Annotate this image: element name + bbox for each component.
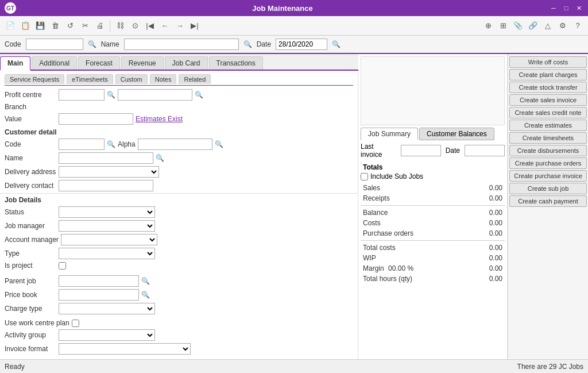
customer-code-search[interactable]: 🔍 xyxy=(107,140,115,148)
customer-name-search[interactable]: 🔍 xyxy=(156,154,164,162)
include-sub-label: Include Sub Jobs xyxy=(370,172,423,180)
date-input[interactable] xyxy=(276,39,327,50)
app-logo: GT xyxy=(5,2,16,14)
customer-balances-tab[interactable]: Customer Balances xyxy=(419,128,494,140)
is-project-checkbox[interactable] xyxy=(59,262,66,270)
margin-label: Margin 00.00 % xyxy=(363,264,413,272)
date-search-icon[interactable]: 🔍 xyxy=(332,40,341,48)
last-invoice-number[interactable] xyxy=(401,145,441,156)
customer-code-row: Code 🔍 Alpha 🔍 xyxy=(5,139,353,150)
invoice-format-select[interactable] xyxy=(59,343,191,355)
include-sub-checkbox[interactable] xyxy=(361,173,368,180)
profit-centre-input1[interactable] xyxy=(59,89,105,101)
parent-job-input[interactable] xyxy=(59,275,139,287)
wip-row: WIP 0.00 xyxy=(361,253,505,263)
last-button[interactable]: ▶| xyxy=(188,19,202,33)
tab-custom[interactable]: Custom xyxy=(115,74,148,84)
purchase-orders-row: Purchase orders 0.00 xyxy=(361,228,505,239)
profit-centre-search2[interactable]: 🔍 xyxy=(195,91,203,99)
link-button[interactable]: ⛓ xyxy=(113,19,127,33)
create-disbursements-btn[interactable]: Create disbursements xyxy=(509,145,587,156)
name-search-icon[interactable]: 🔍 xyxy=(243,40,252,48)
zoom-in-button[interactable]: ⊕ xyxy=(481,19,495,33)
close-button[interactable]: ✕ xyxy=(574,3,583,13)
first-button[interactable]: |◀ xyxy=(143,19,157,33)
tab-service-requests[interactable]: Service Requests xyxy=(5,74,64,84)
delivery-address-select[interactable] xyxy=(59,166,159,178)
tab-etimesheets[interactable]: eTimesheets xyxy=(67,74,113,84)
create-timesheets-btn[interactable]: Create timesheets xyxy=(509,132,587,144)
create-estimates-btn[interactable]: Create estimates xyxy=(509,120,587,131)
new-button[interactable]: 📄 xyxy=(3,19,17,33)
create-purchase-orders-btn[interactable]: Create purchase orders xyxy=(509,157,587,169)
profit-centre-search1[interactable]: 🔍 xyxy=(107,91,115,99)
cut-button[interactable]: ✂ xyxy=(78,19,92,33)
create-sales-invoice-btn[interactable]: Create sales invoice xyxy=(509,94,587,106)
code-input[interactable] xyxy=(26,39,83,50)
create-cash-payment-btn[interactable]: Create cash payment xyxy=(509,195,587,207)
delivery-contact-input[interactable] xyxy=(59,180,153,191)
settings-button[interactable]: ⚙ xyxy=(556,19,570,33)
use-work-label: Use work centre plan xyxy=(5,319,69,327)
customer-code-label: Code xyxy=(5,140,56,148)
attach-button[interactable]: 📎 xyxy=(511,19,525,33)
circle-button[interactable]: ⊙ xyxy=(128,19,142,33)
profit-centre-input2[interactable] xyxy=(118,89,192,101)
use-work-checkbox[interactable] xyxy=(72,320,79,327)
code-search-icon[interactable]: 🔍 xyxy=(88,40,96,48)
job-summary-tab[interactable]: Job Summary xyxy=(361,128,418,140)
create-purchase-invoice-btn[interactable]: Create purchase invoice xyxy=(509,170,587,182)
tab-main[interactable]: Main xyxy=(0,56,30,71)
tab-revenue[interactable]: Revenue xyxy=(121,56,164,70)
customer-detail-title: Customer detail xyxy=(5,128,353,136)
charge-type-select[interactable] xyxy=(59,303,155,314)
price-book-search[interactable]: 🔍 xyxy=(141,291,150,299)
maximize-button[interactable]: □ xyxy=(562,3,571,13)
sales-value: 0.00 xyxy=(468,184,502,192)
tab-additional[interactable]: Additional xyxy=(32,56,77,70)
summary-tabs: Job Summary Customer Balances xyxy=(361,128,505,140)
account-manager-select[interactable] xyxy=(61,234,157,245)
use-work-row: Use work centre plan xyxy=(5,319,353,327)
tab-jobcard[interactable]: Job Card xyxy=(165,56,208,70)
create-sales-credit-note-btn[interactable]: Create sales credit note xyxy=(509,107,587,118)
minimize-button[interactable]: ─ xyxy=(549,3,558,13)
next-button[interactable]: → xyxy=(173,19,187,33)
name-input[interactable] xyxy=(124,39,239,50)
tab-notes[interactable]: Notes xyxy=(150,74,177,84)
value-input[interactable] xyxy=(59,113,133,125)
link2-button[interactable]: 🔗 xyxy=(526,19,540,33)
write-off-costs-btn[interactable]: Write off costs xyxy=(509,56,587,68)
activity-group-label: Activity group xyxy=(5,331,56,339)
alpha-input[interactable] xyxy=(138,139,212,150)
window-title: Job Maintenance xyxy=(16,4,549,13)
customer-name-input[interactable] xyxy=(59,152,153,164)
status-select[interactable] xyxy=(59,206,155,218)
copy-button[interactable]: 📋 xyxy=(18,19,32,33)
activity-group-select[interactable] xyxy=(59,329,155,341)
alert-button[interactable]: △ xyxy=(541,19,555,33)
last-invoice-date[interactable] xyxy=(465,145,505,156)
parent-job-search[interactable]: 🔍 xyxy=(141,277,150,285)
create-stock-transfer-btn[interactable]: Create stock transfer xyxy=(509,82,587,93)
refresh-button[interactable]: ↺ xyxy=(63,19,77,33)
customer-code-input[interactable] xyxy=(59,139,105,150)
create-plant-charges-btn[interactable]: Create plant charges xyxy=(509,69,587,80)
center-panel: Job Summary Customer Balances Last invoi… xyxy=(358,54,508,359)
tab-transactions[interactable]: Transactions xyxy=(209,56,263,70)
job-manager-select[interactable] xyxy=(59,220,155,232)
create-sub-job-btn[interactable]: Create sub job xyxy=(509,183,587,194)
delete-button[interactable]: 🗑 xyxy=(48,19,62,33)
tab-forecast[interactable]: Forecast xyxy=(78,56,120,70)
status-row: Status xyxy=(5,206,353,218)
type-select[interactable] xyxy=(59,248,155,259)
help-button[interactable]: ? xyxy=(571,19,585,33)
zoom-out-button[interactable]: ⊞ xyxy=(496,19,510,33)
alpha-search[interactable]: 🔍 xyxy=(215,140,223,148)
estimates-link[interactable]: Estimates Exist xyxy=(136,115,183,123)
tab-related[interactable]: Related xyxy=(179,74,211,84)
price-book-input[interactable] xyxy=(59,289,139,301)
prev-button[interactable]: ← xyxy=(158,19,172,33)
save-button[interactable]: 💾 xyxy=(33,19,47,33)
print-button[interactable]: 🖨 xyxy=(93,19,107,33)
